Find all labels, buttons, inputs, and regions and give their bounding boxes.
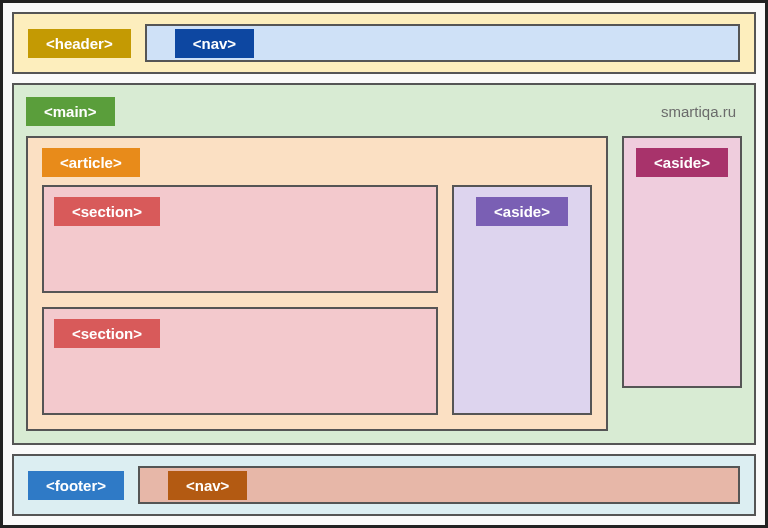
aside-outer-block: <aside> <box>622 136 742 388</box>
footer-block: <footer> <nav> <box>12 454 756 516</box>
aside-outer-tag: <aside> <box>636 148 728 177</box>
nav-bottom-tag: <nav> <box>168 471 247 500</box>
layout-diagram: <header> <nav> <main> smartiqa.ru <artic… <box>0 0 768 528</box>
watermark: smartiqa.ru <box>661 103 736 120</box>
nav-top-block: <nav> <box>145 24 740 62</box>
header-block: <header> <nav> <box>12 12 756 74</box>
section-block: <section> <box>42 185 438 293</box>
footer-tag: <footer> <box>28 471 124 500</box>
article-tag: <article> <box>42 148 140 177</box>
section-tag: <section> <box>54 197 160 226</box>
header-tag: <header> <box>28 29 131 58</box>
article-block: <article> <section> <section> <aside> <box>26 136 608 431</box>
main-tag: <main> <box>26 97 115 126</box>
main-block: <main> smartiqa.ru <article> <section> <… <box>12 83 756 445</box>
section-block: <section> <box>42 307 438 415</box>
aside-inner-tag: <aside> <box>476 197 568 226</box>
section-tag: <section> <box>54 319 160 348</box>
nav-top-tag: <nav> <box>175 29 254 58</box>
aside-inner-block: <aside> <box>452 185 592 415</box>
nav-bottom-block: <nav> <box>138 466 740 504</box>
